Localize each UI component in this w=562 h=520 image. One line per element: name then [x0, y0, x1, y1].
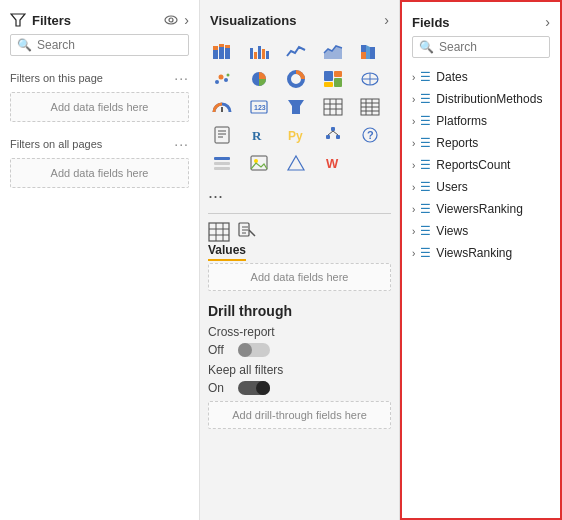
toggle-thumb-on [256, 381, 270, 395]
svg-marker-65 [288, 156, 304, 170]
svg-rect-12 [262, 49, 265, 59]
svg-rect-27 [334, 78, 342, 87]
values-label: Values [208, 243, 246, 261]
svg-rect-60 [214, 157, 230, 160]
list-item[interactable]: › ☰ Views [402, 220, 560, 242]
list-item[interactable]: › ☰ DistributionMethods [402, 88, 560, 110]
off-label: Off [208, 343, 230, 357]
svg-rect-9 [250, 48, 253, 59]
viz-icon-W[interactable]: W [319, 150, 347, 176]
svg-line-56 [328, 131, 333, 135]
viz-icon-stacked-bar[interactable] [208, 38, 236, 64]
fields-search-input[interactable] [439, 40, 543, 54]
table-icon: ☰ [420, 202, 431, 216]
filters-eye-button[interactable] [164, 12, 178, 28]
svg-point-2 [169, 18, 173, 22]
viz-icon-card[interactable]: 123 [245, 94, 273, 120]
table-icon: ☰ [420, 158, 431, 172]
svg-rect-10 [254, 52, 257, 59]
svg-marker-14 [324, 46, 342, 59]
viz-icon-qna[interactable]: ? [356, 122, 384, 148]
chevron-right-icon: › [412, 248, 415, 259]
list-item[interactable]: › ☰ Platforms [402, 110, 560, 132]
viz-title: Visualizations [210, 13, 296, 28]
chevron-right-icon: › [412, 160, 415, 171]
fields-header: Fields › [402, 10, 560, 36]
viz-icon-python[interactable]: Py [282, 122, 310, 148]
viz-icon-area[interactable] [319, 38, 347, 64]
svg-point-1 [165, 16, 177, 24]
field-label: Dates [436, 70, 467, 84]
filters-on-page-dropzone[interactable]: Add data fields here [10, 92, 189, 122]
filters-header-icons: › [164, 12, 189, 28]
viz-icon-table[interactable] [319, 94, 347, 120]
list-item[interactable]: › ☰ ReportsCount [402, 154, 560, 176]
svg-line-76 [249, 230, 255, 236]
filters-expand-button[interactable]: › [184, 12, 189, 28]
list-item[interactable]: › ☰ Users [402, 176, 560, 198]
svg-rect-5 [219, 47, 224, 59]
eye-icon [164, 15, 178, 25]
list-item[interactable]: › ☰ ViewsRanking [402, 242, 560, 264]
viz-icon-line[interactable] [282, 38, 310, 64]
filters-on-page-menu[interactable]: ··· [174, 70, 189, 86]
viz-icon-gauge[interactable] [208, 94, 236, 120]
field-label: Platforms [436, 114, 487, 128]
field-label: ReportsCount [436, 158, 510, 172]
viz-expand-button[interactable]: › [384, 12, 389, 28]
field-label: DistributionMethods [436, 92, 542, 106]
svg-marker-35 [288, 100, 304, 114]
table-icon: ☰ [420, 136, 431, 150]
list-item[interactable]: › ☰ Dates [402, 66, 560, 88]
table-icon: ☰ [420, 224, 431, 238]
fields-expand-button[interactable]: › [545, 14, 550, 30]
viz-icon-decomp[interactable] [319, 122, 347, 148]
viz-icon-shapes[interactable] [282, 150, 310, 176]
fields-search-icon: 🔍 [419, 40, 434, 54]
viz-icon-scatter[interactable] [208, 66, 236, 92]
viz-values-dropzone[interactable]: Add data fields here [208, 263, 391, 291]
field-label: Views [436, 224, 468, 238]
viz-icon-map[interactable] [356, 66, 384, 92]
chevron-right-icon: › [412, 94, 415, 105]
table-icon: ☰ [420, 180, 431, 194]
keep-all-filters-toggle[interactable] [238, 381, 270, 395]
svg-marker-17 [366, 45, 370, 59]
cross-report-toggle-row: Off [208, 343, 391, 357]
viz-icon-funnel[interactable] [282, 94, 310, 120]
chevron-right-icon: › [412, 116, 415, 127]
fields-list: › ☰ Dates › ☰ DistributionMethods › ☰ Pl… [402, 66, 560, 264]
chevron-right-icon: › [412, 204, 415, 215]
field-label: Reports [436, 136, 478, 150]
toggle-thumb [238, 343, 252, 357]
viz-icon-R[interactable]: R [245, 122, 273, 148]
viz-more-button[interactable]: ... [200, 180, 399, 209]
viz-icon-donut[interactable] [282, 66, 310, 92]
svg-text:R: R [252, 128, 262, 143]
filters-all-pages-label: Filters on all pages ··· [0, 130, 199, 156]
viz-icon-ribbon[interactable] [356, 38, 384, 64]
svg-point-20 [219, 75, 224, 80]
keep-all-filters-toggle-row: On [208, 381, 391, 395]
svg-marker-0 [11, 14, 25, 26]
filters-search-input[interactable] [37, 38, 182, 52]
cross-report-toggle[interactable] [238, 343, 270, 357]
field-label: Users [436, 180, 467, 194]
viz-icon-pie[interactable] [245, 66, 273, 92]
viz-icon-matrix[interactable] [356, 94, 384, 120]
svg-line-57 [333, 131, 338, 135]
filters-panel: Filters › 🔍 Filters on this page ··· Add… [0, 0, 200, 520]
list-item[interactable]: › ☰ Reports [402, 132, 560, 154]
viz-icon-treemap[interactable] [319, 66, 347, 92]
viz-icon-image[interactable] [245, 150, 273, 176]
viz-icon-report-page[interactable] [208, 122, 236, 148]
filters-all-pages-menu[interactable]: ··· [174, 136, 189, 152]
svg-text:Py: Py [288, 129, 303, 143]
svg-rect-55 [336, 135, 340, 139]
viz-icon-cluster-bar[interactable] [245, 38, 273, 64]
drill-through-dropzone[interactable]: Add drill-through fields here [208, 401, 391, 429]
svg-rect-7 [225, 48, 230, 59]
filters-all-pages-dropzone[interactable]: Add data fields here [10, 158, 189, 188]
viz-icon-slicer[interactable] [208, 150, 236, 176]
list-item[interactable]: › ☰ ViewersRanking [402, 198, 560, 220]
